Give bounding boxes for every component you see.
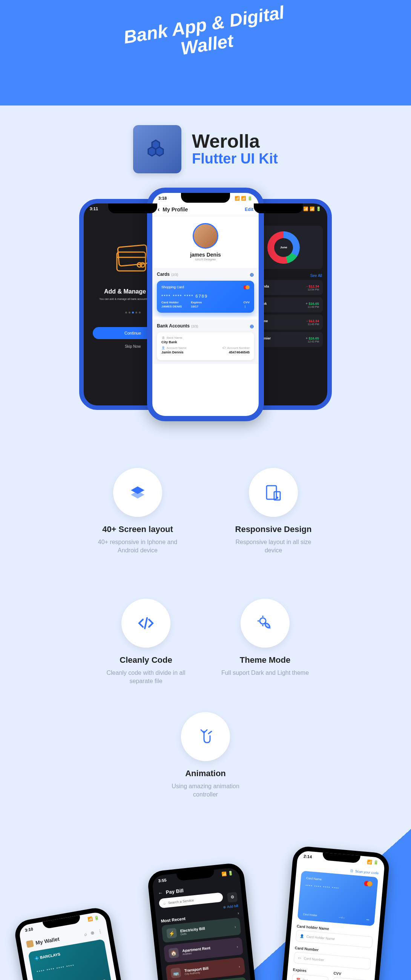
profile-header: ‹ My Profile Edit <box>152 203 259 216</box>
status-time: 2:14 <box>304 854 312 860</box>
feature-title: 40+ Screen layout <box>92 525 183 534</box>
svg-rect-4 <box>117 252 145 271</box>
status-icons: 📶 📶 🔋 <box>234 196 253 201</box>
bill-icon: 🏠 <box>169 948 180 959</box>
svg-point-12 <box>277 497 278 498</box>
add-bank-button[interactable]: ⊕ <box>250 323 254 329</box>
feature-desc: Cleanly code with divide in all separate… <box>101 669 191 686</box>
edit-button[interactable]: Edit <box>245 207 253 212</box>
feature-item: Animation Using amazing animation contro… <box>160 712 251 799</box>
features-row-2: Cleanly Code Cleanly code with divide in… <box>0 585 411 829</box>
donut-label: June <box>280 246 287 249</box>
feature-title: Animation <box>160 768 251 778</box>
feature-title: Theme Mode <box>220 655 310 665</box>
card-details: Card HolderJAMES DENIS Expires10/17 CVV⋮ <box>161 300 250 308</box>
notch <box>181 193 230 203</box>
bank-title: Bank Accounts(2/3) <box>157 323 198 329</box>
phones-showcase: 3:11 📶 📶 🔋 Add & Manage Card You can add… <box>0 183 411 454</box>
pay-bill-title: Pay Bill <box>166 888 184 895</box>
phone-add-card: 2:14 📶 🔋 ⊡Scan your code Card Name •••• … <box>276 845 390 980</box>
globe-icon[interactable]: ⊕ <box>90 930 95 936</box>
more-icon[interactable]: ⋮ <box>98 929 103 935</box>
feature-desc: Using amazing animation controller <box>160 782 251 799</box>
code-icon <box>121 599 170 648</box>
most-recent-title: Most Recent <box>161 916 185 923</box>
feature-title: Cleanly Code <box>101 655 191 665</box>
profile-name: james Denis <box>152 252 259 258</box>
brand-tagline: Flutter UI Kit <box>192 151 278 167</box>
svg-point-7 <box>140 262 145 267</box>
card-brand: 💠 BARCLAYS <box>34 945 100 961</box>
chevron-right-icon[interactable]: › <box>237 911 239 915</box>
bank-account-card[interactable]: 🏦 Bank Name City Bank 👤 Account Name Jam… <box>157 332 254 360</box>
card-preview: Card Name •••• •••• •••• •••• Card Holde… <box>297 871 378 926</box>
wallet-avatar-icon <box>26 940 34 948</box>
feature-title: Responsive Design <box>228 525 319 534</box>
features-row-1: 40+ Screen layout 40+ responsive in Ipho… <box>0 454 411 585</box>
svg-line-13 <box>145 618 147 628</box>
card-number: **** **** **** 6789 <box>161 294 250 298</box>
layers-icon <box>113 468 162 517</box>
svg-marker-2 <box>156 147 163 156</box>
mastercard-icon <box>244 285 250 290</box>
chevron-right-icon: › <box>234 924 236 929</box>
phone-profile: 3:18 📶 📶 🔋 ‹ My Profile Edit james Denis… <box>147 188 264 421</box>
expires-input[interactable]: 📅 Date <box>292 974 328 980</box>
search-icon[interactable]: ⌕ <box>84 931 87 937</box>
brand-row: Werolla Flutter UI Kit <box>0 105 411 183</box>
logo-icon <box>144 136 171 163</box>
add-card-button[interactable]: ⊕ <box>250 272 254 278</box>
amount: + $16.65 <box>306 302 319 305</box>
bank-section: Bank Accounts(2/3) ⊕ 🏦 Bank Name City Ba… <box>152 320 259 364</box>
cards-title: Cards(2/3) <box>157 272 178 278</box>
notch <box>108 204 157 213</box>
donut-chart: June <box>267 231 300 264</box>
feature-item: 40+ Screen layout 40+ responsive in Ipho… <box>92 468 183 555</box>
bill-icon: 🚌 <box>170 967 182 978</box>
status-time: 3:18 <box>158 196 167 201</box>
credit-card[interactable]: Shopping Card **** **** **** 6789 Card H… <box>157 281 254 313</box>
search-input[interactable] <box>168 896 218 905</box>
profile-content: ‹ My Profile Edit james Denis UI/UX Desi… <box>152 202 259 364</box>
svg-rect-10 <box>267 486 276 499</box>
scan-icon: ⊡ <box>350 869 354 873</box>
svg-marker-9 <box>131 491 144 498</box>
pay-bill-content: ← Pay Bill ⌕ ⚙ ⊕ Add bill Most Recent › … <box>153 876 257 980</box>
feature-desc: 40+ responsive in Iphone and Android dev… <box>92 538 183 555</box>
devices-icon <box>249 468 298 517</box>
chevron-right-icon: › <box>239 964 240 968</box>
hero-banner: Bank App & Digital Wallet <box>0 0 411 105</box>
profile-info: james Denis UI/UX Designer <box>152 216 259 265</box>
add-card-content: ⊡Scan your code Card Name •••• •••• ••••… <box>284 859 384 980</box>
status-icons: 📶 📶 🔋 <box>303 207 321 212</box>
bills-list: ⚡ Electricity BillDelhi ›🏠 Apartment Ren… <box>161 918 252 980</box>
svg-line-20 <box>209 731 212 733</box>
feature-desc: Responsive layout in all size device <box>228 538 319 555</box>
back-icon[interactable]: ← <box>158 890 163 896</box>
search-icon: ⌕ <box>163 901 166 905</box>
status-time: 3:55 <box>158 878 167 883</box>
feature-item: Responsive Design Responsive layout in a… <box>228 468 319 555</box>
status-time: 3:11 <box>90 207 98 212</box>
brand-name: Werolla <box>192 132 278 151</box>
theme-icon <box>241 599 290 648</box>
filter-button[interactable]: ⚙ <box>227 892 238 903</box>
cards-section: Cards(2/3) ⊕ Shopping Card **** **** ***… <box>152 268 259 317</box>
card-label: Shopping Card <box>161 285 184 290</box>
svg-marker-1 <box>148 147 156 156</box>
touch-icon <box>181 712 230 761</box>
chevron-right-icon: › <box>236 944 238 948</box>
wallet-title: My Wallet <box>35 936 60 946</box>
amount: + $16.65 <box>306 336 319 340</box>
notch <box>254 204 303 213</box>
amount: - $12.34 <box>307 285 319 288</box>
header-tools: ⌕ ⊕ ⋮ <box>84 929 103 937</box>
feature-item: Theme Mode Full suport Dark and Light th… <box>220 599 310 686</box>
hero-title: Bank App & Digital Wallet <box>0 0 411 87</box>
see-all-link[interactable]: See All <box>310 274 322 278</box>
card-number: **** **** **** **** <box>37 959 103 974</box>
back-icon[interactable]: ‹ <box>158 206 159 213</box>
brand-text: Werolla Flutter UI Kit <box>192 132 278 167</box>
svg-point-14 <box>260 618 266 624</box>
avatar[interactable] <box>193 223 218 249</box>
